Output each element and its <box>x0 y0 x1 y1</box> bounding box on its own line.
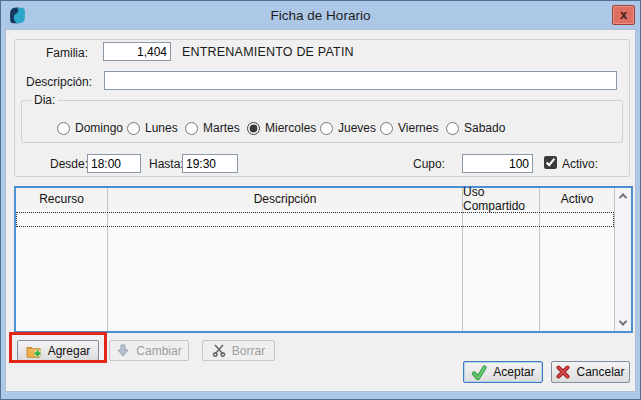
table-body <box>16 210 614 331</box>
agregar-button[interactable]: Agregar <box>17 340 99 361</box>
jueves-radio-label: Jueves <box>338 121 376 135</box>
title-bar: Ficha de Horario x <box>1 1 640 29</box>
descripcion-input[interactable] <box>104 71 617 90</box>
table-column-descripcion <box>108 210 463 331</box>
aceptar-button[interactable]: Aceptar <box>463 361 543 383</box>
activo-label: Activo: <box>562 157 598 171</box>
radio-option-sabado[interactable]: Sabado <box>446 121 505 135</box>
borrar-button-label: Borrar <box>232 344 265 358</box>
aceptar-button-label: Aceptar <box>493 365 534 379</box>
radio-option-jueves[interactable]: Jueves <box>320 121 376 135</box>
column-header-uso-compartido[interactable]: Uso Compartido <box>463 188 540 210</box>
familia-label: Familia: <box>20 46 88 60</box>
miercoles-radio-label: Miercoles <box>265 121 316 135</box>
cancel-x-icon <box>556 365 570 379</box>
table-header-row: Recurso Descripción Uso Compartido Activ… <box>16 188 631 210</box>
radio-option-martes[interactable]: Martes <box>185 121 240 135</box>
cancelar-button[interactable]: Cancelar <box>551 361 630 383</box>
descripcion-label: Descripción: <box>26 75 92 89</box>
hasta-input[interactable] <box>182 154 238 173</box>
sabado-radio-label: Sabado <box>464 121 505 135</box>
jueves-radio[interactable] <box>320 122 333 135</box>
scroll-up-button[interactable] <box>615 188 631 204</box>
arrow-down-icon <box>116 344 130 357</box>
hasta-label: Hasta: <box>149 157 184 171</box>
radio-option-miercoles[interactable]: Miercoles <box>247 121 316 135</box>
viernes-radio-label: Viernes <box>398 121 438 135</box>
miercoles-radio[interactable] <box>247 122 260 135</box>
radio-option-lunes[interactable]: Lunes <box>127 121 178 135</box>
check-icon <box>471 365 487 380</box>
table-focused-empty-row[interactable] <box>16 212 614 227</box>
cambiar-button-label: Cambiar <box>136 344 181 358</box>
table-column-uso-compartido <box>463 210 540 331</box>
familia-input[interactable] <box>103 42 171 61</box>
viernes-radio[interactable] <box>380 122 393 135</box>
martes-radio[interactable] <box>185 122 198 135</box>
scroll-down-button[interactable] <box>615 315 631 331</box>
cupo-input[interactable] <box>462 154 533 173</box>
column-header-descripcion[interactable]: Descripción <box>108 188 463 210</box>
lunes-radio[interactable] <box>127 122 140 135</box>
dia-groupbox: Dia: Domingo Lunes Martes Miercoles Juev… <box>21 100 623 143</box>
table-column-activo <box>540 210 614 331</box>
window-title: Ficha de Horario <box>1 8 640 23</box>
domingo-radio[interactable] <box>57 122 70 135</box>
table-column-recurso <box>16 210 108 331</box>
desde-input[interactable] <box>87 154 141 173</box>
dia-groupbox-label: Dia: <box>31 93 58 107</box>
lunes-radio-label: Lunes <box>145 121 178 135</box>
cancelar-button-label: Cancelar <box>576 365 624 379</box>
column-header-activo[interactable]: Activo <box>540 188 614 210</box>
dialog-window: Ficha de Horario x Familia: ENTRENAMIENT… <box>0 0 641 400</box>
cupo-label: Cupo: <box>413 157 445 171</box>
activo-checkbox[interactable] <box>544 156 557 169</box>
radio-option-domingo[interactable]: Domingo <box>57 121 123 135</box>
table-vertical-scrollbar[interactable] <box>614 188 631 331</box>
folder-add-icon <box>26 344 42 358</box>
radio-option-viernes[interactable]: Viernes <box>380 121 438 135</box>
scissors-icon <box>212 344 226 357</box>
sabado-radio[interactable] <box>446 122 459 135</box>
desde-label: Desde: <box>50 157 88 171</box>
close-button[interactable]: x <box>612 5 635 25</box>
chevron-up-icon <box>619 193 627 201</box>
recursos-table[interactable]: Recurso Descripción Uso Compartido Activ… <box>14 186 633 333</box>
domingo-radio-label: Domingo <box>75 121 123 135</box>
agregar-button-label: Agregar <box>48 344 91 358</box>
column-header-recurso[interactable]: Recurso <box>16 188 108 210</box>
martes-radio-label: Martes <box>203 121 240 135</box>
borrar-button[interactable]: Borrar <box>202 340 275 361</box>
cambiar-button[interactable]: Cambiar <box>109 340 189 361</box>
familia-description: ENTRENAMIENTO DE PATIN <box>182 45 354 59</box>
chevron-down-icon <box>619 317 627 325</box>
dialog-client-area: Familia: ENTRENAMIENTO DE PATIN Descripc… <box>5 29 636 392</box>
